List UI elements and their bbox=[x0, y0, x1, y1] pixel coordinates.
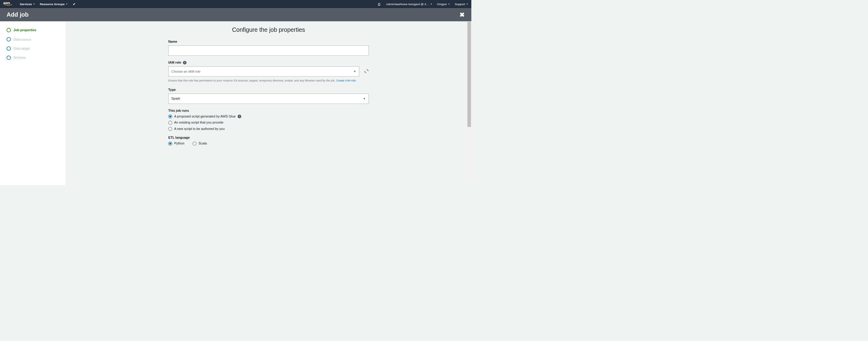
step-data-target[interactable]: Data target bbox=[7, 46, 61, 51]
name-input[interactable] bbox=[168, 46, 369, 56]
nav-services[interactable]: Services bbox=[20, 2, 35, 6]
iam-role-placeholder: Choose an IAM role bbox=[171, 70, 200, 73]
top-nav: aws Services Resource Groups Admin/aashm… bbox=[0, 0, 471, 8]
field-name: Name bbox=[168, 40, 369, 56]
wizard-sidebar: Job properties Data source Data target S… bbox=[0, 22, 66, 185]
radio-label: Python bbox=[174, 142, 185, 145]
chevron-down-icon: ▼ bbox=[353, 70, 356, 73]
nav-region-label: Oregon bbox=[437, 2, 447, 6]
step-data-source[interactable]: Data source bbox=[7, 37, 61, 41]
caret-down-icon bbox=[33, 4, 35, 4]
chevron-down-icon: ▼ bbox=[363, 97, 366, 100]
nav-right: Admin/aashmee-Isengard @ 2… Oregon Suppo… bbox=[377, 2, 468, 6]
radio-label: A new script to be authored by you bbox=[174, 127, 225, 131]
scrollbar[interactable] bbox=[467, 22, 471, 185]
step-circle-icon bbox=[7, 28, 11, 32]
nav-support-label: Support bbox=[455, 2, 465, 6]
step-circle-icon bbox=[7, 37, 11, 41]
title-bar: Add job ✖ bbox=[0, 8, 471, 21]
step-circle-icon bbox=[7, 56, 11, 60]
create-iam-role-link[interactable]: Create IAM role. bbox=[336, 79, 356, 82]
caret-down-icon bbox=[430, 4, 432, 4]
info-icon[interactable]: i bbox=[183, 61, 186, 64]
radio-python[interactable] bbox=[168, 141, 172, 145]
step-label: Schema bbox=[13, 56, 26, 59]
radio-label: Scala bbox=[198, 142, 207, 145]
info-icon[interactable]: i bbox=[238, 114, 241, 118]
aws-logo-text: aws bbox=[3, 1, 10, 5]
radio-label: An existing script that you provide bbox=[174, 121, 223, 124]
type-label: Type bbox=[168, 88, 369, 91]
radio-new-script[interactable] bbox=[168, 127, 172, 131]
form-heading: Configure the job properties bbox=[168, 26, 369, 33]
radio-existing-script[interactable] bbox=[168, 120, 172, 124]
radio-proposed-script[interactable] bbox=[168, 114, 172, 118]
caret-down-icon bbox=[448, 4, 450, 4]
field-iam-role: IAM role i Choose an IAM role ▼ Ensure t… bbox=[168, 61, 369, 83]
field-job-runs: This job runs A proposed script generate… bbox=[168, 109, 369, 131]
step-schema[interactable]: Schema bbox=[7, 56, 61, 60]
radio-scala[interactable] bbox=[193, 141, 197, 145]
nav-support[interactable]: Support bbox=[455, 2, 468, 6]
scrollbar-thumb[interactable] bbox=[467, 22, 471, 127]
step-label: Job properties bbox=[13, 28, 36, 32]
iam-hint-text: Ensure that this role has permission to … bbox=[168, 79, 336, 82]
refresh-icon[interactable] bbox=[364, 69, 369, 74]
close-icon[interactable]: ✖ bbox=[459, 11, 465, 19]
step-label: Data target bbox=[13, 47, 30, 50]
iam-role-select[interactable]: Choose an IAM role ▼ bbox=[168, 66, 359, 77]
field-etl-language: ETL language Python Scala bbox=[168, 136, 369, 148]
etl-language-label: ETL language bbox=[168, 136, 369, 139]
field-type: Type Spark ▼ bbox=[168, 88, 369, 104]
pin-icon[interactable] bbox=[73, 2, 76, 6]
nav-resource-groups[interactable]: Resource Groups bbox=[40, 2, 67, 6]
caret-down-icon bbox=[66, 4, 67, 4]
step-label: Data source bbox=[13, 37, 31, 41]
caret-down-icon bbox=[466, 4, 468, 4]
aws-logo[interactable]: aws bbox=[3, 1, 13, 6]
name-label: Name bbox=[168, 40, 369, 43]
nav-account[interactable]: Admin/aashmee-Isengard @ 2… bbox=[386, 2, 432, 6]
nav-resource-groups-label: Resource Groups bbox=[40, 2, 64, 6]
page-title: Add job bbox=[7, 11, 29, 18]
radio-label: A proposed script generated by AWS Glue bbox=[174, 114, 236, 118]
iam-role-label: IAM role bbox=[168, 61, 181, 64]
bell-icon[interactable] bbox=[377, 2, 381, 6]
type-value: Spark bbox=[171, 96, 180, 100]
step-job-properties[interactable]: Job properties bbox=[7, 28, 61, 32]
nav-left: Services Resource Groups bbox=[20, 2, 76, 6]
nav-account-label: Admin/aashmee-Isengard @ 2… bbox=[386, 2, 429, 6]
type-select[interactable]: Spark ▼ bbox=[168, 93, 369, 104]
nav-services-label: Services bbox=[20, 2, 32, 6]
body-layout: Job properties Data source Data target S… bbox=[0, 22, 471, 185]
step-circle-icon bbox=[7, 46, 11, 51]
nav-region[interactable]: Oregon bbox=[437, 2, 450, 6]
job-runs-label: This job runs bbox=[168, 109, 369, 112]
main-panel: Configure the job properties Name IAM ro… bbox=[66, 22, 471, 185]
iam-role-hint: Ensure that this role has permission to … bbox=[168, 79, 369, 83]
